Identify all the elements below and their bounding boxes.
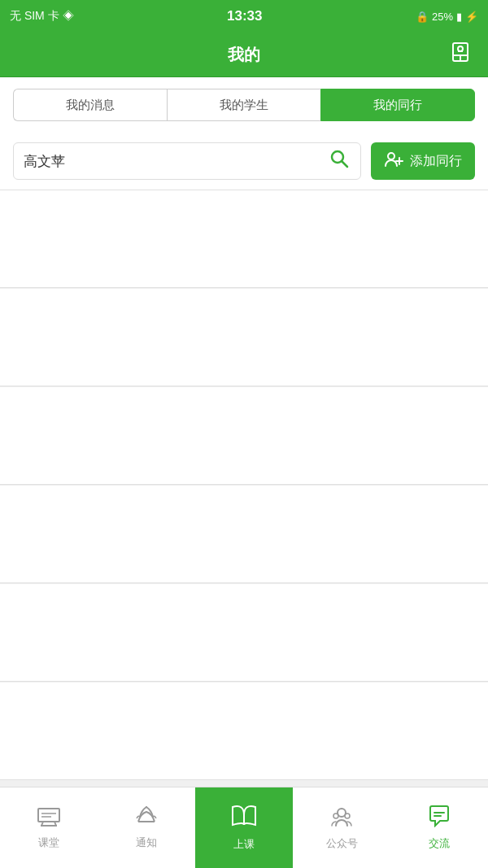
svg-line-6 — [342, 162, 348, 168]
tab-classroom[interactable]: 课堂 — [0, 787, 98, 868]
tab-messages[interactable]: 我的消息 — [13, 89, 167, 121]
tab-chat[interactable]: 交流 — [390, 787, 488, 868]
svg-point-20 — [345, 813, 350, 818]
charging-icon: ⚡ — [465, 11, 478, 23]
add-person-icon — [384, 150, 403, 173]
status-time: 13:33 — [227, 8, 262, 24]
svg-point-7 — [388, 153, 394, 159]
page-title: 我的 — [228, 44, 260, 66]
tab-peers[interactable]: 我的同行 — [320, 89, 475, 121]
status-left: 无 SIM 卡 ◈ — [10, 9, 74, 24]
status-right: 🔒 25% ▮ ⚡ — [416, 11, 478, 23]
content-section-2 — [0, 289, 488, 386]
tab-public-label: 公众号 — [326, 836, 358, 851]
public-icon — [330, 805, 353, 833]
search-row: 添加同行 — [0, 133, 488, 190]
status-bar: 无 SIM 卡 ◈ 13:33 🔒 25% ▮ ⚡ — [0, 0, 488, 33]
tab-chat-label: 交流 — [429, 836, 450, 851]
content-section-3 — [0, 387, 488, 485]
tab-classroom-label: 课堂 — [38, 835, 59, 850]
classroom-icon — [37, 805, 61, 832]
search-input[interactable] — [24, 153, 328, 169]
bottom-tabbar: 课堂 通知 — [0, 787, 488, 868]
tab-notify-label: 通知 — [136, 835, 157, 850]
svg-point-19 — [333, 813, 338, 818]
add-peer-label: 添加同行 — [410, 153, 462, 170]
svg-rect-10 — [38, 809, 59, 822]
bookmark-icon[interactable] — [449, 41, 472, 68]
content-section-1 — [0, 190, 488, 288]
lock-icon: 🔒 — [416, 11, 429, 23]
content-section-6 — [0, 683, 488, 780]
tab-public[interactable]: 公众号 — [293, 787, 390, 868]
battery-icon: ▮ — [456, 11, 462, 23]
search-box[interactable] — [13, 142, 361, 180]
sim-status: 无 SIM 卡 ◈ — [10, 9, 74, 24]
tab-lesson[interactable]: 上课 — [195, 787, 293, 868]
tab-notify[interactable]: 通知 — [98, 787, 195, 868]
notify-icon — [135, 805, 158, 832]
content-section-5 — [0, 584, 488, 682]
content-area — [0, 190, 488, 868]
tab-bar: 我的消息 我的学生 我的同行 — [0, 77, 488, 133]
content-section-4 — [0, 486, 488, 583]
tab-lesson-label: 上课 — [233, 837, 255, 852]
search-icon[interactable] — [328, 147, 351, 175]
tab-students[interactable]: 我的学生 — [167, 89, 320, 121]
header: 我的 — [0, 33, 488, 77]
book-icon — [229, 804, 259, 834]
chat-icon — [427, 805, 451, 833]
battery-status: 25% — [432, 11, 453, 23]
add-peer-button[interactable]: 添加同行 — [371, 142, 475, 180]
